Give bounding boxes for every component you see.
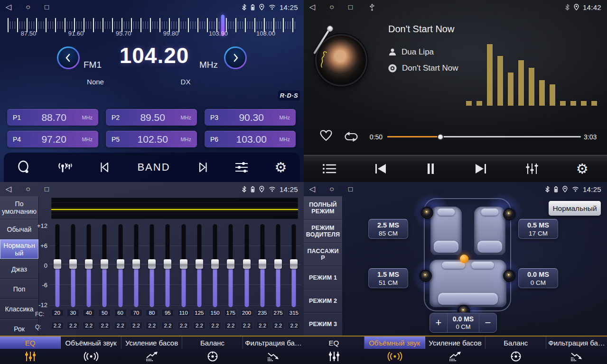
eq-band-fc-value[interactable]: 70 [130, 309, 142, 317]
slider-knob[interactable] [101, 259, 108, 269]
listening-mode-item[interactable]: РЕЖИМ 2 [304, 289, 342, 312]
tab-surround[interactable]: Объёмный звук [61, 337, 121, 364]
eq-band-fc-value[interactable]: 50 [98, 309, 111, 317]
slider-knob[interactable] [148, 259, 156, 269]
slider-knob[interactable] [196, 259, 203, 269]
eq-band-q-value[interactable]: 2.2 [193, 322, 205, 329]
slider-knob[interactable] [164, 259, 171, 269]
settings-gear-icon[interactable]: ⚙ [275, 161, 287, 174]
radio-preset-button[interactable]: P3 90.30 MHz [205, 109, 296, 126]
eq-band-fc-value[interactable]: 60 [114, 309, 127, 317]
scan-icon[interactable] [17, 160, 31, 174]
tab-filter[interactable]: Фильтрация ба… [243, 337, 304, 364]
eq-band-q-value[interactable]: 2.2 [98, 322, 111, 329]
eq-band-q-value[interactable]: 2.2 [130, 322, 142, 329]
next-track-icon[interactable] [474, 163, 488, 174]
previous-track-icon[interactable] [374, 163, 388, 174]
eq-band-slider[interactable] [191, 224, 207, 307]
radio-preset-button[interactable]: P5 102.50 MHz [106, 131, 197, 147]
tab-balance[interactable]: Баланс [182, 337, 243, 364]
broadcast-icon[interactable] [57, 160, 73, 174]
nav-recents-icon[interactable]: □ [348, 182, 353, 196]
listening-mode-item[interactable]: РЕЖИМ 1 [304, 266, 342, 289]
nav-home-icon[interactable]: ○ [26, 182, 30, 196]
eq-preset-item[interactable]: По умолчанию [0, 196, 38, 219]
eq-band-q-value[interactable]: 2.2 [272, 322, 284, 329]
eq-band-fc-value[interactable]: 150 [209, 309, 221, 317]
slider-knob[interactable] [132, 259, 140, 269]
eq-band-q-value[interactable]: 2.2 [241, 322, 253, 329]
nav-home-icon[interactable]: ○ [329, 0, 334, 14]
eq-band-q-value[interactable]: 2.2 [256, 322, 269, 329]
slider-knob[interactable] [290, 259, 298, 269]
tab-bass-boost[interactable]: Усиление басов [425, 337, 486, 364]
nav-recents-icon[interactable]: □ [45, 182, 49, 196]
eq-band-slider[interactable] [160, 224, 176, 307]
nav-back-icon[interactable]: ◁ [309, 0, 315, 14]
delay-front-left-button[interactable]: 2.5 MS 85 CM [368, 219, 408, 239]
slider-knob[interactable] [259, 259, 266, 269]
previous-station-icon[interactable] [99, 161, 112, 173]
radio-preset-button[interactable]: P2 89.50 MHz [106, 109, 197, 126]
sound-profile-button[interactable]: Нормальный [549, 201, 601, 216]
tab-bass-boost[interactable]: Усиление басов [121, 337, 182, 364]
eq-band-fc-value[interactable]: 175 [224, 309, 237, 317]
slider-knob[interactable] [227, 259, 234, 269]
slider-knob[interactable] [274, 259, 282, 269]
eq-band-fc-value[interactable]: 80 [146, 309, 158, 317]
eq-band-q-value[interactable]: 2.2 [146, 322, 158, 329]
listening-mode-item[interactable]: РЕЖИМ ВОДИТЕЛЯ [304, 219, 342, 243]
eq-band-q-value[interactable]: 2.2 [67, 322, 79, 329]
progress-knob[interactable] [437, 134, 444, 140]
listening-mode-item[interactable]: РЕЖИМ 3 [304, 312, 342, 336]
eq-band-fc-value[interactable]: 95 [161, 309, 174, 317]
band-button[interactable]: BAND [137, 161, 170, 173]
eq-band-slider[interactable] [65, 224, 81, 307]
eq-band-fc-value[interactable]: 30 [67, 309, 79, 317]
delay-front-right-button[interactable]: 0.5 MS 17 CM [518, 219, 558, 239]
slider-knob[interactable] [211, 259, 219, 269]
eq-settings-icon[interactable] [234, 161, 249, 173]
listener-position-dot[interactable] [460, 255, 468, 263]
nav-recents-icon[interactable]: □ [348, 0, 353, 14]
eq-band-slider[interactable] [128, 224, 144, 307]
playlist-icon[interactable] [322, 163, 336, 174]
settings-gear-icon[interactable]: ⚙ [576, 162, 588, 176]
progress-bar[interactable] [387, 136, 581, 137]
eq-band-q-value[interactable]: 2.2 [224, 322, 237, 329]
slider-knob[interactable] [117, 259, 124, 269]
eq-band-fc-value[interactable]: 20 [51, 309, 64, 317]
eq-band-slider[interactable] [81, 224, 97, 307]
radio-preset-button[interactable]: P1 88.70 MHz [7, 109, 98, 126]
eq-band-q-value[interactable]: 2.2 [83, 322, 95, 329]
eq-band-q-value[interactable]: 2.2 [288, 322, 300, 329]
decrease-delay-button[interactable]: − [479, 313, 496, 332]
listening-mode-item[interactable]: ПАССАЖИР [304, 243, 342, 266]
next-station-icon[interactable] [196, 161, 208, 173]
nav-home-icon[interactable]: ○ [26, 0, 30, 14]
tab-filter[interactable]: Фильтрация ба… [546, 337, 607, 364]
slider-knob[interactable] [243, 259, 251, 269]
eq-band-slider[interactable] [271, 224, 286, 307]
tab-eq[interactable]: EQ [0, 337, 61, 364]
eq-band-fc-value[interactable]: 200 [241, 309, 253, 317]
eq-band-slider[interactable] [223, 224, 239, 307]
nav-back-icon[interactable]: ◁ [6, 182, 11, 196]
nav-home-icon[interactable]: ○ [329, 182, 334, 196]
eq-band-q-value[interactable]: 2.2 [209, 322, 221, 329]
eq-band-q-value[interactable]: 2.2 [161, 322, 174, 329]
radio-preset-button[interactable]: P4 97.20 MHz [7, 131, 98, 147]
tune-down-button[interactable] [57, 46, 80, 69]
eq-band-slider[interactable] [207, 224, 223, 307]
tune-up-button[interactable] [224, 46, 247, 69]
slider-knob[interactable] [69, 259, 77, 269]
eq-band-fc-value[interactable]: 40 [83, 309, 95, 317]
eq-band-slider[interactable] [254, 224, 270, 307]
eq-band-fc-value[interactable]: 110 [177, 309, 190, 317]
favorite-heart-icon[interactable] [320, 130, 332, 141]
eq-band-q-value[interactable]: 2.2 [177, 322, 190, 329]
slider-knob[interactable] [180, 259, 187, 269]
eq-band-slider[interactable] [239, 224, 254, 307]
nav-back-icon[interactable]: ◁ [309, 182, 315, 196]
listening-mode-item[interactable]: ПОЛНЫЙ РЕЖИМ [304, 196, 342, 219]
